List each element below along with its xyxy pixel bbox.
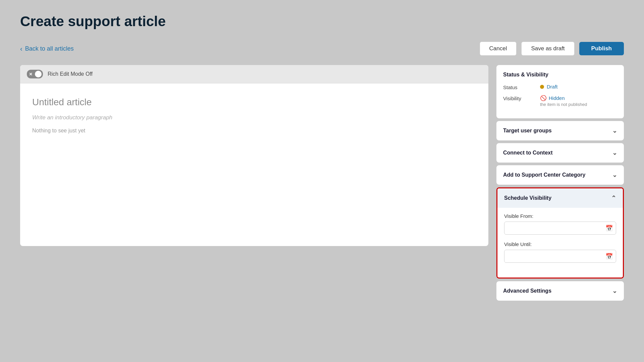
page-title: Create support article: [20, 13, 624, 29]
connect-context-label: Connect to Context: [503, 150, 553, 156]
article-title-placeholder: Untitled article: [32, 97, 476, 108]
add-support-label: Add to Support Center Category: [503, 172, 585, 178]
schedule-visibility-header[interactable]: Schedule Visibility ⌃: [497, 188, 623, 208]
back-to-articles-link[interactable]: ‹ Back to all articles: [20, 45, 74, 53]
visibility-label: Visibility: [503, 95, 540, 101]
target-user-groups-label: Target user groups: [503, 128, 552, 134]
visible-until-label: Visible Until:: [504, 241, 616, 247]
page-wrapper: Create support article ‹ Back to all art…: [0, 0, 644, 362]
connect-context-header[interactable]: Connect to Context ⌄: [496, 143, 624, 163]
visible-until-input[interactable]: [504, 250, 616, 263]
advanced-settings-header[interactable]: Advanced Settings ⌄: [496, 281, 624, 301]
connect-context-chevron-icon: ⌄: [612, 149, 617, 157]
back-link-label: Back to all articles: [25, 45, 74, 52]
article-empty-text: Nothing to see just yet: [32, 128, 476, 134]
advanced-settings-label: Advanced Settings: [503, 288, 551, 294]
back-chevron-icon: ‹: [20, 45, 22, 53]
article-intro-placeholder: Write an introductory paragraph: [32, 114, 476, 121]
add-support-chevron-icon: ⌄: [612, 171, 617, 179]
editor-body[interactable]: Untitled article Write an introductory p…: [20, 83, 488, 147]
target-user-groups-chevron-icon: ⌄: [612, 127, 617, 134]
status-value-container: Draft: [540, 84, 558, 89]
schedule-visibility-body: Visible From: 📅 Visible Until: 📅: [497, 208, 623, 278]
toggle-knob: [35, 71, 42, 77]
rich-edit-label: Rich Edit Mode Off: [48, 71, 93, 77]
visibility-text: Hidden: [549, 95, 565, 101]
connect-context-section: Connect to Context ⌄: [496, 143, 624, 163]
visible-until-input-wrapper: 📅: [504, 250, 616, 263]
visibility-sub-text: the item is not published: [540, 102, 587, 107]
editor-panel: ✕ Rich Edit Mode Off Untitled article Wr…: [20, 65, 488, 246]
cancel-button[interactable]: Cancel: [480, 42, 517, 56]
visibility-row: Visibility 🚫 Hidden the item is not publ…: [503, 95, 617, 107]
rich-edit-toggle[interactable]: ✕: [27, 70, 43, 78]
visible-until-calendar-icon[interactable]: 📅: [605, 253, 613, 260]
visible-from-label: Visible From:: [504, 213, 616, 219]
advanced-settings-section: Advanced Settings ⌄: [496, 281, 624, 301]
draft-dot-icon: [540, 85, 544, 89]
save-draft-button[interactable]: Save as draft: [521, 42, 574, 56]
status-label: Status: [503, 84, 540, 90]
editor-toolbar: ✕ Rich Edit Mode Off: [20, 65, 488, 83]
visible-from-input[interactable]: [504, 222, 616, 235]
advanced-settings-chevron-icon: ⌄: [612, 287, 617, 295]
main-content: ✕ Rich Edit Mode Off Untitled article Wr…: [20, 65, 624, 303]
status-visibility-section: Status & Visibility Status Draft Visibil…: [496, 65, 624, 118]
schedule-visibility-chevron-icon: ⌃: [611, 194, 616, 202]
status-visibility-title: Status & Visibility: [503, 72, 617, 78]
add-support-header[interactable]: Add to Support Center Category ⌄: [496, 165, 624, 185]
target-user-groups-header[interactable]: Target user groups ⌄: [496, 121, 624, 140]
schedule-visibility-section: Schedule Visibility ⌃ Visible From: 📅 Vi…: [496, 187, 624, 279]
top-bar: ‹ Back to all articles Cancel Save as dr…: [20, 42, 624, 56]
top-actions: Cancel Save as draft Publish: [480, 42, 624, 56]
hidden-eye-icon: 🚫: [540, 95, 546, 101]
status-row: Status Draft: [503, 84, 617, 90]
add-support-section: Add to Support Center Category ⌄: [496, 165, 624, 185]
visible-from-input-wrapper: 📅: [504, 222, 616, 235]
toggle-x-icon: ✕: [29, 72, 33, 77]
status-value: Draft: [540, 84, 558, 89]
visible-from-calendar-icon[interactable]: 📅: [605, 225, 613, 232]
schedule-visibility-label: Schedule Visibility: [504, 195, 551, 201]
visibility-value-container: 🚫 Hidden the item is not published: [540, 95, 587, 107]
target-user-groups-section: Target user groups ⌄: [496, 121, 624, 140]
status-text: Draft: [547, 84, 558, 89]
sidebar-panel: Status & Visibility Status Draft Visibil…: [496, 65, 624, 303]
publish-button[interactable]: Publish: [579, 42, 624, 55]
visibility-value: 🚫 Hidden: [540, 95, 587, 101]
